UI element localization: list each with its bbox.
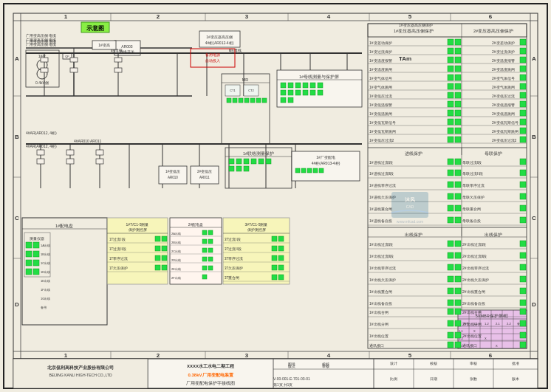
svg-rect-359 bbox=[259, 159, 264, 164]
svg-rect-317 bbox=[310, 83, 315, 88]
svg-rect-286 bbox=[114, 58, 122, 62]
svg-text:TAm: TAm bbox=[399, 55, 411, 62]
svg-text:母联过流II段: 母联过流II段 bbox=[462, 171, 483, 176]
svg-rect-84 bbox=[455, 83, 461, 89]
svg-rect-287 bbox=[114, 68, 122, 72]
circuit-diagram-svg: 1 2 3 4 5 6 1 2 3 4 5 6 A B C D bbox=[0, 0, 551, 392]
svg-text:母联保护: 母联保护 bbox=[485, 151, 502, 156]
svg-rect-228 bbox=[520, 241, 526, 247]
svg-rect-139 bbox=[520, 137, 526, 142]
svg-rect-467 bbox=[448, 320, 454, 326]
svg-text:1F出线: 1F出线 bbox=[41, 288, 50, 292]
svg-rect-368 bbox=[301, 168, 306, 173]
svg-text:2#出线欠压保护: 2#出线欠压保护 bbox=[462, 278, 489, 282]
svg-text:1: 1 bbox=[64, 352, 68, 359]
svg-text:6: 6 bbox=[489, 352, 493, 359]
svg-rect-371 bbox=[319, 168, 324, 173]
svg-text:3T零序过流: 3T零序过流 bbox=[225, 256, 243, 261]
svg-rect-434 bbox=[208, 266, 213, 270]
svg-text:1#出线合闸: 1#出线合闸 bbox=[369, 310, 389, 314]
svg-rect-358 bbox=[251, 159, 256, 164]
svg-text:2#出线分闸: 2#出线分闸 bbox=[462, 322, 482, 326]
svg-rect-356 bbox=[236, 159, 242, 164]
svg-text:2#变过流保护: 2#变过流保护 bbox=[492, 49, 515, 54]
svg-rect-456 bbox=[278, 265, 284, 270]
svg-text:备: 备 bbox=[517, 322, 520, 326]
svg-text:1#变温度报警: 1#变温度报警 bbox=[369, 58, 392, 63]
svg-rect-421 bbox=[202, 239, 207, 244]
svg-text:2: 2 bbox=[157, 352, 160, 359]
svg-text:2#变低温跳闸: 2#变低温跳闸 bbox=[492, 111, 515, 116]
svg-rect-481 bbox=[520, 320, 526, 326]
svg-rect-460 bbox=[278, 275, 284, 280]
svg-rect-187 bbox=[520, 182, 526, 188]
svg-rect-284 bbox=[70, 58, 78, 62]
svg-text:1#出线分闸: 1#出线分闸 bbox=[369, 322, 389, 326]
svg-text:2#出线过流II段: 2#出线过流II段 bbox=[462, 254, 487, 258]
svg-rect-83 bbox=[448, 83, 454, 89]
svg-text:2#变差动保护: 2#变差动保护 bbox=[492, 41, 515, 45]
svg-rect-135 bbox=[520, 119, 526, 125]
svg-rect-399 bbox=[162, 236, 167, 241]
svg-text:1#出线欠压保护: 1#出线欠压保护 bbox=[369, 278, 396, 282]
svg-text:1#出线重合闸: 1#出线重合闸 bbox=[369, 289, 392, 294]
svg-text:2#配电盘: 2#配电盘 bbox=[188, 222, 204, 227]
svg-text:CT2: CT2 bbox=[248, 89, 254, 92]
svg-text:2#出线合闸: 2#出线合闸 bbox=[462, 310, 482, 314]
svg-rect-224 bbox=[448, 300, 454, 306]
svg-rect-361 bbox=[229, 166, 234, 171]
svg-rect-472 bbox=[455, 332, 461, 338]
svg-rect-410 bbox=[155, 265, 160, 270]
svg-rect-459 bbox=[272, 275, 277, 280]
svg-rect-382 bbox=[33, 260, 39, 266]
svg-rect-231 bbox=[520, 252, 526, 258]
svg-rect-318 bbox=[318, 83, 323, 88]
svg-text:2-2: 2-2 bbox=[507, 322, 512, 326]
svg-rect-406 bbox=[155, 255, 160, 261]
svg-rect-378 bbox=[33, 242, 39, 248]
svg-rect-417 bbox=[202, 230, 207, 235]
svg-rect-484 bbox=[520, 332, 526, 338]
svg-rect-237 bbox=[520, 276, 526, 282]
svg-text:通讯接口: 通讯接口 bbox=[369, 343, 384, 348]
svg-text:4#柜(AR013-4柜): 4#柜(AR013-4柜) bbox=[312, 161, 340, 165]
svg-text:3T欠压保护: 3T欠压保护 bbox=[225, 266, 243, 270]
svg-text:2#变压器高压侧保护: 2#变压器高压侧保护 bbox=[473, 28, 513, 33]
svg-rect-72 bbox=[455, 48, 461, 54]
svg-rect-123 bbox=[520, 66, 526, 72]
svg-text:1T过流I段: 1T过流I段 bbox=[109, 237, 126, 241]
svg-rect-193 bbox=[520, 205, 526, 211]
svg-rect-370 bbox=[313, 168, 318, 173]
svg-rect-184 bbox=[520, 170, 526, 176]
svg-text:5: 5 bbox=[408, 13, 412, 20]
svg-rect-384 bbox=[33, 269, 39, 275]
svg-text:2#变气体跳闸: 2#变气体跳闸 bbox=[492, 85, 515, 89]
svg-text:2B出线: 2B出线 bbox=[171, 241, 181, 244]
svg-text:2#变低瓦斯跳闸: 2#变低瓦斯跳闸 bbox=[492, 129, 519, 134]
svg-rect-71 bbox=[448, 48, 454, 54]
svg-rect-87 bbox=[455, 92, 461, 98]
svg-rect-357 bbox=[244, 159, 249, 164]
svg-rect-161 bbox=[448, 170, 454, 176]
svg-rect-463 bbox=[448, 309, 454, 314]
svg-text:1T零序过流: 1T零序过流 bbox=[109, 256, 128, 261]
svg-rect-204 bbox=[448, 241, 454, 247]
svg-rect-478 bbox=[520, 309, 526, 314]
svg-rect-101 bbox=[448, 137, 454, 142]
svg-rect-398 bbox=[155, 236, 160, 241]
svg-rect-98 bbox=[448, 128, 454, 134]
svg-text:出线保护: 出线保护 bbox=[405, 232, 422, 237]
svg-text:1T欠压保护: 1T欠压保护 bbox=[109, 266, 128, 270]
svg-text:2F出线: 2F出线 bbox=[171, 276, 181, 280]
svg-text:2#出线零序过流: 2#出线零序过流 bbox=[462, 266, 489, 270]
svg-rect-127 bbox=[520, 83, 526, 89]
svg-rect-321 bbox=[295, 90, 301, 95]
svg-text:设计: 设计 bbox=[390, 361, 397, 365]
svg-text:3#T/C1-5测量: 3#T/C1-5测量 bbox=[245, 222, 268, 227]
svg-text:2#变温度跳闸: 2#变温度跳闸 bbox=[492, 67, 515, 72]
svg-text:张数: 张数 bbox=[470, 376, 477, 381]
svg-rect-425 bbox=[202, 248, 207, 252]
svg-rect-68 bbox=[448, 39, 454, 45]
svg-rect-407 bbox=[162, 255, 167, 261]
svg-rect-383 bbox=[26, 269, 32, 275]
